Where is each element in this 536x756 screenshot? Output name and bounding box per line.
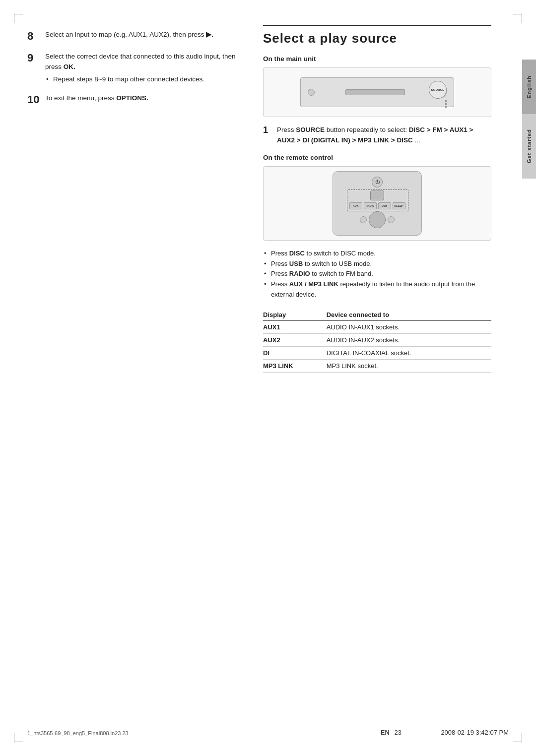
table-cell-mp3-display: MP3 LINK bbox=[263, 359, 327, 372]
remote-bullets: Press DISC to switch to DISC mode. Press… bbox=[263, 249, 491, 300]
tab-english: English bbox=[522, 60, 536, 114]
table-cell-aux2-display: AUX2 bbox=[263, 333, 327, 346]
corner-mark-bl bbox=[14, 733, 23, 742]
remote-side-btn-left bbox=[360, 216, 367, 223]
table-cell-di-display: DI bbox=[263, 346, 327, 359]
step-1-block: 1 Press SOURCE button repeatedly to sele… bbox=[263, 125, 491, 146]
tab-get-started: Get started bbox=[522, 114, 536, 179]
tab-english-label: English bbox=[526, 75, 532, 99]
bullet-usb: Press USB to switch to USB mode. bbox=[263, 259, 491, 269]
corner-mark-tl bbox=[14, 14, 23, 23]
bullet-aux-mp3: Press AUX / MP3 LINK repeatedly to liste… bbox=[263, 279, 491, 300]
dotted-indicator bbox=[445, 100, 447, 108]
step-10-number: 10 bbox=[27, 93, 45, 106]
on-remote-heading: On the remote control bbox=[263, 154, 491, 161]
step-8-text: Select an input to map (e.g. AUX1, AUX2)… bbox=[45, 31, 213, 38]
step-10-content: To exit the menu, press OPTIONS. bbox=[45, 93, 241, 104]
on-main-unit-heading: On the main unit bbox=[263, 55, 491, 63]
remote-dpad bbox=[369, 211, 386, 228]
step-1-content: Press SOURCE button repeatedly to select… bbox=[277, 125, 491, 146]
remote-dpad-area bbox=[360, 211, 395, 228]
device-circle-left bbox=[308, 89, 315, 96]
source-button-label: SOURCE bbox=[431, 88, 445, 91]
step-8-number: 8 bbox=[27, 30, 45, 43]
source-button-diagram: SOURCE bbox=[429, 81, 447, 99]
device-slot bbox=[345, 89, 405, 95]
table-cell-aux2-device: AUDIO IN-AUX2 sockets. bbox=[327, 333, 491, 346]
remote-body: ⏻ AUX RADIO USB SLEEP bbox=[333, 171, 422, 236]
step-8-block: 8 Select an input to map (e.g. AUX1, AUX… bbox=[27, 30, 241, 43]
page-number: 23 bbox=[394, 729, 401, 736]
table-header-display: Display bbox=[263, 309, 327, 321]
section-title: Select a play source bbox=[263, 25, 491, 46]
table-cell-di-device: DIGITAL IN-COAXIAL socket. bbox=[327, 346, 491, 359]
step-9-bullets: Repeat steps 8~9 to map other connected … bbox=[45, 74, 241, 84]
step-10-block: 10 To exit the menu, press OPTIONS. bbox=[27, 93, 241, 106]
step-9-text: Select the correct device that connected… bbox=[45, 53, 236, 70]
table-row: AUX1 AUDIO IN-AUX1 sockets. bbox=[263, 320, 491, 333]
table-cell-aux1-device: AUDIO IN-AUX1 sockets. bbox=[327, 320, 491, 333]
step-8-content: Select an input to map (e.g. AUX1, AUX2)… bbox=[45, 30, 241, 40]
table-cell-aux1-display: AUX1 bbox=[263, 320, 327, 333]
table-cell-mp3-device: MP3 LINK socket. bbox=[327, 359, 491, 372]
footer-right-area: EN 23 2008-02-19 3:42:07 PM bbox=[381, 729, 509, 736]
tab-get-started-label: Get started bbox=[526, 129, 532, 163]
step-9-number: 9 bbox=[27, 52, 45, 64]
remote-diagram: ⏻ AUX RADIO USB SLEEP bbox=[263, 166, 491, 241]
side-tabs: English Get started bbox=[522, 60, 536, 179]
table-header-device: Device connected to bbox=[327, 309, 491, 321]
corner-mark-br bbox=[513, 733, 522, 742]
table-row: DI DIGITAL IN-COAXIAL socket. bbox=[263, 346, 491, 359]
footer-date: 2008-02-19 3:42:07 PM bbox=[441, 729, 509, 736]
bullet-disc: Press DISC to switch to DISC mode. bbox=[263, 249, 491, 259]
corner-mark-tr bbox=[513, 14, 522, 23]
right-column: Select a play source On the main unit SO… bbox=[263, 25, 511, 373]
remote-side-btn-right bbox=[388, 216, 395, 223]
en-label: EN bbox=[381, 729, 390, 736]
device-body: SOURCE bbox=[300, 77, 454, 107]
step-9-content: Select the correct device that connected… bbox=[45, 52, 241, 84]
left-column: 8 Select an input to map (e.g. AUX1, AUX… bbox=[27, 30, 241, 115]
step-1-number: 1 bbox=[263, 125, 277, 146]
remote-power-btn: ⏻ bbox=[372, 177, 383, 188]
display-table: Display Device connected to AUX1 AUDIO I… bbox=[263, 309, 491, 373]
step-10-text: To exit the menu, press OPTIONS. bbox=[45, 94, 148, 102]
main-unit-diagram: SOURCE bbox=[263, 67, 491, 117]
step-9-block: 9 Select the correct device that connect… bbox=[27, 52, 241, 84]
remote-dotted-selection bbox=[347, 189, 408, 211]
table-row: MP3 LINK MP3 LINK socket. bbox=[263, 359, 491, 372]
table-row: AUX2 AUDIO IN-AUX2 sockets. bbox=[263, 333, 491, 346]
step-9-bullet-1: Repeat steps 8~9 to map other connected … bbox=[45, 74, 241, 84]
footer-left: 1_hts3565-69_98_eng5_Final808.in23 23 bbox=[27, 730, 129, 736]
bullet-radio: Press RADIO to switch to FM band. bbox=[263, 269, 491, 279]
